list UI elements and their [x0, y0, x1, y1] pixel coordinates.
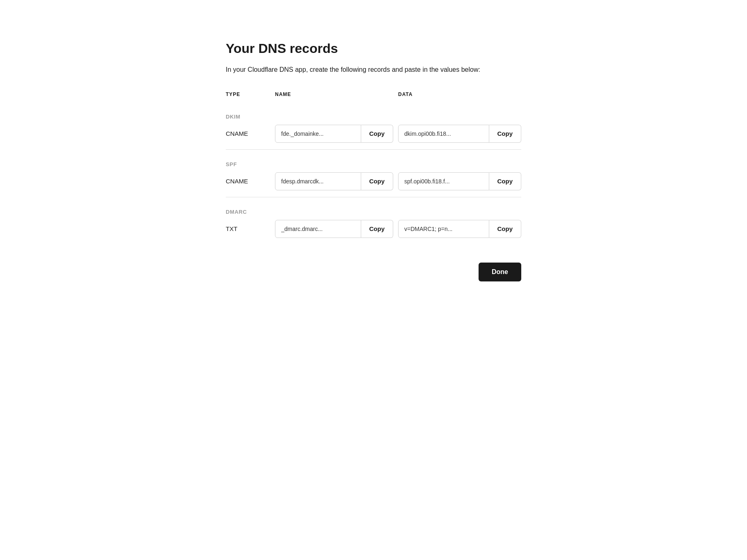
dmarc-name-input[interactable] [275, 220, 361, 238]
dmarc-name-group: Copy [275, 220, 393, 238]
header-type: TYPE [226, 91, 275, 97]
header-name: NAME [275, 91, 398, 97]
spf-data-group: Copy [398, 172, 521, 190]
spf-row: CNAME Copy Copy [226, 172, 521, 190]
spf-name-copy-button[interactable]: Copy [361, 172, 394, 190]
dmarc-record-type: TXT [226, 225, 275, 232]
spf-divider [226, 197, 521, 197]
dkim-data-copy-button[interactable]: Copy [489, 125, 522, 143]
dmarc-data-copy-button[interactable]: Copy [489, 220, 522, 238]
dkim-name-input[interactable] [275, 125, 361, 143]
dmarc-data-group: Copy [398, 220, 521, 238]
dkim-record-type: CNAME [226, 130, 275, 137]
spf-name-input[interactable] [275, 172, 361, 190]
dkim-data-input[interactable] [398, 125, 489, 143]
dkim-divider [226, 149, 521, 150]
dkim-data-group: Copy [398, 125, 521, 143]
page-title: Your DNS records [226, 41, 521, 56]
done-button[interactable]: Done [479, 263, 521, 281]
spf-data-copy-button[interactable]: Copy [489, 172, 522, 190]
dkim-label: DKIM [226, 105, 521, 125]
dkim-name-copy-button[interactable]: Copy [361, 125, 394, 143]
page-description: In your Cloudflare DNS app, create the f… [226, 64, 505, 75]
dmarc-row: TXT Copy Copy [226, 220, 521, 238]
dkim-row: CNAME Copy Copy [226, 125, 521, 143]
dmarc-label: DMARC [226, 201, 521, 220]
spf-data-input[interactable] [398, 172, 489, 190]
dkim-section: DKIM CNAME Copy Copy [226, 105, 521, 150]
spf-name-group: Copy [275, 172, 393, 190]
spf-label: SPF [226, 153, 521, 172]
dmarc-name-copy-button[interactable]: Copy [361, 220, 394, 238]
spf-record-type: CNAME [226, 178, 275, 185]
header-data: DATA [398, 91, 521, 97]
dmarc-section: DMARC TXT Copy Copy [226, 201, 521, 238]
done-button-container: Done [226, 263, 521, 306]
dmarc-data-input[interactable] [398, 220, 489, 238]
dkim-name-group: Copy [275, 125, 393, 143]
spf-section: SPF CNAME Copy Copy [226, 153, 521, 197]
table-header: TYPE NAME DATA [226, 91, 521, 102]
page-container: Your DNS records In your Cloudflare DNS … [218, 41, 529, 560]
